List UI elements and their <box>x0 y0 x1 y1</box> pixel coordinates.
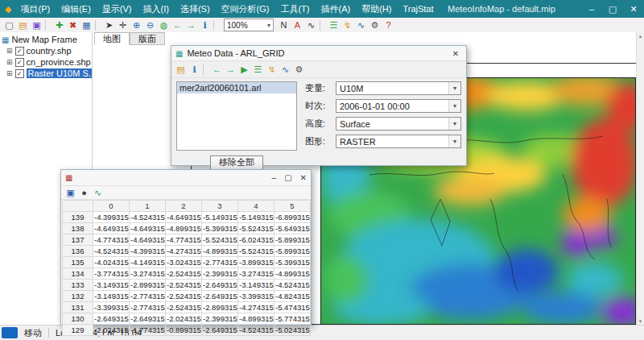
row-header[interactable]: 137 <box>63 234 93 246</box>
tab-map[interactable]: 地图 <box>94 32 130 45</box>
expand-icon[interactable]: ⊞ <box>6 70 13 77</box>
identify-icon[interactable]: ℹ <box>198 19 212 31</box>
cell[interactable]: -4.899315 <box>166 223 202 234</box>
separator[interactable] <box>45 20 51 31</box>
cell[interactable]: -2.649315 <box>202 291 238 302</box>
cell[interactable]: -3.024315 <box>166 257 202 268</box>
cell[interactable]: -5.149315 <box>238 212 275 223</box>
menu-item[interactable]: 帮助(H) <box>356 0 397 18</box>
table-row[interactable]: 133 -3.149315 -2.899315 -2.524315 -2.649… <box>63 280 311 291</box>
cell[interactable]: -1.774315 <box>130 325 166 336</box>
attribute-table-icon[interactable]: ▦ <box>80 19 93 31</box>
row-header[interactable]: 136 <box>63 246 93 257</box>
menu-item[interactable]: 显示(V) <box>97 0 138 18</box>
cell[interactable]: -2.899315 <box>130 280 166 291</box>
chevron-down-icon[interactable]: ▾ <box>448 118 460 130</box>
tab-layout[interactable]: 版面 <box>130 32 165 45</box>
cell[interactable]: -2.399315 <box>202 268 238 280</box>
pan-icon[interactable]: ✛ <box>116 19 130 31</box>
cell[interactable]: -4.649315 <box>93 223 130 234</box>
cell[interactable]: -4.774315 <box>166 234 202 246</box>
full-extent-icon[interactable]: ◍ <box>157 19 171 31</box>
table-row[interactable]: 138 -4.649315 -4.649315 -4.899315 -5.399… <box>63 223 311 234</box>
field-combo[interactable]: Surface ▾ <box>336 117 461 131</box>
field-combo[interactable]: 2006-01-01 00:00 ▾ <box>336 99 461 113</box>
cell[interactable]: -5.149315 <box>202 212 238 223</box>
cell[interactable]: -4.149315 <box>130 257 166 268</box>
chevron-down-icon[interactable]: ▾ <box>448 82 460 94</box>
maximize-button[interactable]: ▢ <box>607 0 618 18</box>
cell[interactable]: -5.524315 <box>238 246 275 257</box>
point-mode-icon[interactable]: ● <box>77 186 91 199</box>
cell[interactable]: -4.649315 <box>130 223 166 234</box>
next-view-icon[interactable]: → <box>184 19 198 31</box>
cell[interactable]: -4.524315 <box>238 325 275 336</box>
info-icon[interactable]: ℹ <box>188 63 201 76</box>
expand-icon[interactable]: ⊞ <box>6 48 13 55</box>
table-row[interactable]: 131 -3.399315 -2.774315 -2.524315 -2.899… <box>63 302 311 313</box>
cell[interactable]: -2.899315 <box>202 302 238 313</box>
layer-cn-province[interactable]: ⊞ ✓ cn_province.shp <box>5 56 92 68</box>
cell[interactable]: -2.524315 <box>166 291 202 302</box>
cell[interactable]: -2.399315 <box>202 313 238 325</box>
cell[interactable]: -3.774315 <box>93 268 130 280</box>
chart-icon[interactable]: ∿ <box>354 19 368 31</box>
save-icon[interactable]: ▣ <box>64 186 77 199</box>
menu-item[interactable]: 插件(A) <box>315 0 356 18</box>
cell[interactable]: -4.524315 <box>275 280 311 291</box>
prev-time-icon[interactable]: ← <box>210 63 224 76</box>
column-header[interactable]: 0 <box>93 201 130 212</box>
cell[interactable]: -2.774315 <box>202 257 238 268</box>
open-data-icon[interactable]: ▤ <box>174 63 188 76</box>
column-header[interactable] <box>63 201 93 212</box>
layer-checkbox[interactable]: ✓ <box>15 58 24 67</box>
remove-layer-icon[interactable]: ✖ <box>66 19 80 31</box>
menu-item[interactable]: 编辑(E) <box>56 0 97 18</box>
cell[interactable]: -5.774315 <box>275 313 311 325</box>
cell[interactable]: -4.524315 <box>130 212 166 223</box>
close-button[interactable]: ✕ <box>300 173 307 182</box>
separator[interactable] <box>213 20 219 31</box>
row-header[interactable]: 131 <box>63 302 93 313</box>
prev-view-icon[interactable]: ← <box>171 19 184 31</box>
table-row[interactable]: 134 -3.774315 -3.274315 -2.524315 -2.399… <box>63 268 311 280</box>
cell[interactable]: -2.524315 <box>166 302 202 313</box>
layer-checkbox[interactable]: ✓ <box>15 47 24 56</box>
cell[interactable]: -5.474315 <box>275 302 311 313</box>
cell[interactable]: -4.899315 <box>275 268 311 280</box>
field-combo[interactable]: U10M ▾ <box>336 81 461 95</box>
open-folder-icon[interactable]: ▤ <box>16 19 30 31</box>
row-header[interactable]: 132 <box>63 291 93 302</box>
menu-item[interactable]: 项目(P) <box>14 0 56 18</box>
table-row[interactable]: 139 -4.399315 -4.524315 -4.649315 -5.149… <box>63 212 311 223</box>
table-row[interactable]: 136 -4.524315 -4.399315 -4.274315 -4.899… <box>63 246 311 257</box>
cell[interactable]: -4.649315 <box>130 234 166 246</box>
column-header[interactable]: 2 <box>166 201 202 212</box>
separator[interactable] <box>320 20 325 31</box>
menu-item[interactable]: 工具(T) <box>275 0 315 18</box>
cell[interactable]: -5.399315 <box>275 257 311 268</box>
maximize-button[interactable]: ▢ <box>284 173 291 182</box>
cell[interactable]: -4.824315 <box>275 291 311 302</box>
north-arrow-icon[interactable]: N <box>277 19 291 31</box>
cell[interactable]: -0.899315 <box>166 325 202 336</box>
cell[interactable]: -4.399315 <box>130 246 166 257</box>
polyline-icon[interactable]: ∿ <box>304 19 318 31</box>
zoom-in-icon[interactable]: ⊕ <box>130 19 143 31</box>
save-icon[interactable]: ▣ <box>30 19 43 31</box>
chart-mode-icon[interactable]: ∿ <box>91 186 105 199</box>
cell[interactable]: -4.899315 <box>202 246 238 257</box>
settings-icon[interactable]: ⚙ <box>292 63 306 76</box>
cell[interactable]: -5.899315 <box>275 234 311 246</box>
cell[interactable]: -5.899315 <box>275 246 311 257</box>
separator[interactable] <box>95 20 101 31</box>
table-row[interactable]: 132 -3.149315 -2.774315 -2.524315 -2.649… <box>63 291 311 302</box>
expand-icon[interactable]: ⊞ <box>6 59 13 66</box>
cell[interactable]: -4.649315 <box>166 212 202 223</box>
taskbar-app-icon[interactable] <box>2 327 18 338</box>
cell[interactable]: -3.899315 <box>238 257 275 268</box>
cell[interactable]: -4.524315 <box>93 246 130 257</box>
cell[interactable]: -4.274315 <box>166 246 202 257</box>
chevron-down-icon[interactable]: ▾ <box>448 100 460 112</box>
row-header[interactable]: 138 <box>63 223 93 234</box>
